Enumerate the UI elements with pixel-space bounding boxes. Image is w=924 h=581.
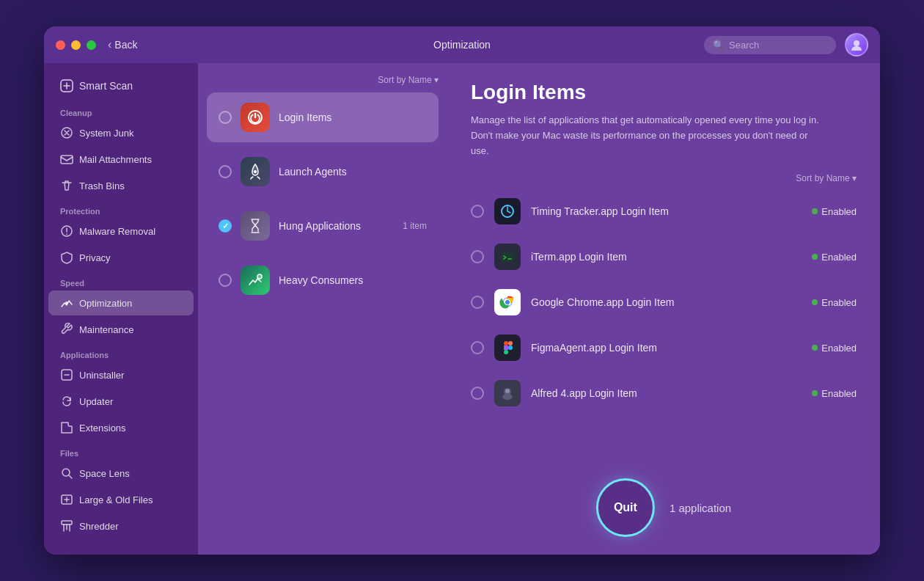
alfred-status: Enabled [812, 388, 857, 399]
sidebar-item-malware-removal[interactable]: Malware Removal [48, 219, 194, 244]
timing-status: Enabled [812, 206, 857, 217]
chrome-status: Enabled [812, 297, 857, 308]
iterm-app-icon [494, 244, 521, 270]
chrome-status-label: Enabled [821, 297, 857, 308]
titlebar-right: 🔍 [704, 33, 868, 56]
hung-apps-icon [241, 211, 270, 241]
close-button[interactable] [56, 40, 65, 50]
sidebar-item-trash-bins[interactable]: Trash Bins [48, 173, 194, 198]
sidebar-item-space-lens[interactable]: Space Lens [48, 461, 194, 486]
chrome-status-dot [812, 299, 818, 305]
chrome-app-icon [494, 289, 521, 315]
sidebar: Smart Scan Cleanup System Junk [44, 63, 198, 555]
sidebar-item-updater[interactable]: Updater [48, 389, 194, 414]
middle-sort-bar[interactable]: Sort by Name ▾ [207, 75, 439, 85]
svg-rect-16 [501, 252, 514, 262]
login-items-label: Login Items [279, 112, 427, 123]
list-item-heavy-consumers[interactable]: Heavy Consumers [207, 255, 439, 305]
list-item-radio-launch-agents[interactable] [219, 165, 232, 178]
maintenance-label: Maintenance [79, 324, 133, 335]
sidebar-item-shredder[interactable]: Shredder [48, 514, 194, 538]
iterm-status-label: Enabled [821, 252, 857, 263]
svg-rect-22 [504, 341, 508, 346]
chevron-left-icon: ‹ [108, 38, 111, 51]
titlebar: ‹ Back Optimization 🔍 [44, 26, 880, 63]
search-icon: 🔍 [713, 40, 725, 51]
list-item-radio-login-items[interactable] [219, 111, 232, 124]
app-row-iterm[interactable]: iTerm.app Login Item Enabled [471, 236, 857, 277]
protection-section-label: Protection [44, 200, 198, 219]
app-row-chrome[interactable]: Google Chrome.app Login Item Enabled [471, 282, 857, 323]
uninstaller-icon [60, 368, 73, 381]
sidebar-item-smart-scan[interactable]: Smart Scan [48, 72, 194, 100]
shredder-label: Shredder [79, 521, 118, 532]
timing-status-label: Enabled [821, 206, 857, 217]
alfred-app-icon [494, 380, 521, 406]
sidebar-item-system-junk[interactable]: System Junk [48, 120, 194, 145]
sidebar-item-privacy[interactable]: Privacy [48, 245, 194, 270]
iterm-status-dot [812, 254, 818, 260]
extensions-label: Extensions [79, 423, 126, 434]
window-title: Optimization [433, 39, 491, 51]
quit-button[interactable]: Quit [596, 478, 655, 537]
files-section-label: Files [44, 442, 198, 461]
app-row-alfred[interactable]: Alfred 4.app Login Item Enabled [471, 373, 857, 414]
large-old-files-label: Large & Old Files [79, 494, 153, 505]
maximize-button[interactable] [87, 40, 96, 50]
sidebar-item-extensions[interactable]: Extensions [48, 415, 194, 440]
sidebar-item-optimization[interactable]: Optimization [48, 290, 194, 315]
applications-section-label: Applications [44, 343, 198, 362]
avatar[interactable] [845, 33, 868, 56]
quit-section: Quit 1 application [596, 478, 731, 537]
svg-rect-3 [61, 156, 73, 164]
privacy-icon [60, 251, 73, 264]
svg-point-20 [505, 300, 510, 304]
updater-label: Updater [79, 396, 113, 407]
main-content: Smart Scan Cleanup System Junk [44, 63, 880, 555]
sidebar-item-maintenance[interactable]: Maintenance [48, 317, 194, 342]
app-radio-alfred[interactable] [471, 387, 484, 400]
search-input[interactable] [729, 40, 827, 51]
malware-icon [60, 224, 73, 238]
app-radio-timing[interactable] [471, 205, 484, 218]
svg-rect-23 [504, 346, 508, 350]
heavy-consumers-icon [241, 266, 270, 295]
figma-app-icon [494, 335, 521, 361]
svg-point-29 [502, 394, 513, 400]
page-description: Manage the list of applications that get… [471, 113, 823, 158]
svg-rect-25 [508, 341, 513, 346]
figma-status-label: Enabled [821, 343, 857, 354]
cleanup-section-label: Cleanup [44, 101, 198, 120]
figma-status: Enabled [812, 343, 857, 354]
space-lens-label: Space Lens [79, 468, 130, 479]
list-item-radio-heavy-consumers[interactable] [219, 274, 232, 287]
app-row-timing[interactable]: Timing Tracker.app Login Item Enabled [471, 191, 857, 232]
list-item-hung-applications[interactable]: Hung Applications 1 item [207, 201, 439, 251]
svg-point-0 [854, 40, 859, 46]
app-radio-figma[interactable] [471, 341, 484, 354]
app-list-sort[interactable]: Sort by Name ▾ [471, 173, 857, 183]
hung-apps-label: Hung Applications [279, 220, 394, 232]
extensions-icon [60, 421, 73, 434]
search-box[interactable]: 🔍 [704, 36, 836, 54]
optimization-icon [60, 296, 73, 310]
minimize-button[interactable] [71, 40, 81, 50]
traffic-lights [56, 40, 96, 50]
back-button[interactable]: ‹ Back [108, 38, 137, 51]
speed-section-label: Speed [44, 271, 198, 290]
sidebar-item-mail-attachments[interactable]: Mail Attachments [48, 147, 194, 172]
list-item-login-items[interactable]: Login Items [207, 92, 439, 142]
maintenance-icon [60, 323, 73, 336]
quit-sublabel: 1 application [670, 502, 731, 514]
mail-attachments-label: Mail Attachments [79, 154, 152, 165]
malware-removal-label: Malware Removal [79, 226, 155, 237]
app-radio-iterm[interactable] [471, 250, 484, 263]
smart-scan-label: Smart Scan [79, 80, 133, 92]
sidebar-item-large-old-files[interactable]: Large & Old Files [48, 487, 194, 512]
app-radio-chrome[interactable] [471, 296, 484, 309]
app-row-figma[interactable]: FigmaAgent.app Login Item Enabled [471, 327, 857, 368]
back-label: Back [114, 39, 137, 51]
sidebar-item-uninstaller[interactable]: Uninstaller [48, 362, 194, 387]
list-item-radio-hung-apps[interactable] [219, 219, 232, 233]
list-item-launch-agents[interactable]: Launch Agents [207, 147, 439, 197]
